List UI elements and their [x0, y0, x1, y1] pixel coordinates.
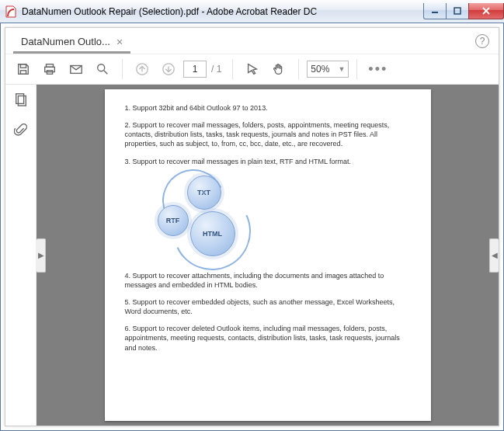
- save-icon[interactable]: [12, 57, 35, 81]
- maximize-button[interactable]: [446, 3, 469, 19]
- zoom-value: 50%: [311, 64, 329, 75]
- doc-paragraph: 4. Support to recover attachments, inclu…: [125, 271, 411, 290]
- document-tab[interactable]: DataNumen Outlo... ×: [13, 32, 130, 54]
- thumbnails-icon[interactable]: [14, 92, 28, 109]
- attachments-icon[interactable]: [14, 123, 28, 141]
- svg-rect-7: [45, 67, 55, 71]
- pdf-page: 1. Support 32bit and 64bit Outlook 97 to…: [105, 89, 431, 421]
- window-title: DataNumen Outlook Repair (Selection).pdf…: [22, 5, 424, 17]
- document-viewer: ▶ ◀ 1. Support 32bit and 64bit Outlook 9…: [36, 85, 499, 426]
- svg-rect-4: [20, 64, 26, 68]
- next-page-icon[interactable]: [157, 57, 180, 81]
- doc-paragraph: 2. Support to recover mail messages, fol…: [125, 120, 411, 148]
- toolbar: / 1 50% ▼ •••: [5, 54, 499, 85]
- svg-rect-5: [20, 71, 26, 75]
- separator: [122, 59, 123, 79]
- svg-rect-1: [454, 8, 461, 14]
- print-icon[interactable]: [38, 57, 61, 81]
- separator: [356, 59, 357, 79]
- window-titlebar: DataNumen Outlook Repair (Selection).pdf…: [0, 0, 504, 23]
- doc-paragraph: 1. Support 32bit and 64bit Outlook 97 to…: [125, 103, 411, 113]
- expand-right-handle[interactable]: ◀: [489, 238, 499, 273]
- tab-label: DataNumen Outlo...: [21, 36, 110, 47]
- hand-tool-icon[interactable]: [267, 57, 290, 81]
- zoom-select[interactable]: 50% ▼: [307, 61, 349, 78]
- doc-paragraph: 5. Support to recover embedded objects, …: [125, 297, 411, 316]
- prev-page-icon[interactable]: [130, 57, 154, 81]
- gear-rtf: RTF: [158, 205, 189, 236]
- page-number-input[interactable]: [183, 61, 207, 78]
- doc-paragraph: 3. Support to recover mail messages in p…: [125, 157, 411, 166]
- email-icon[interactable]: [64, 57, 88, 81]
- separator: [298, 59, 299, 79]
- doc-paragraph: 6. Support to recover deleted Outlook it…: [125, 324, 411, 352]
- svg-rect-14: [16, 94, 23, 104]
- close-button[interactable]: [468, 3, 504, 19]
- chevron-down-icon: ▼: [338, 65, 345, 73]
- close-tab-icon[interactable]: ×: [116, 36, 123, 48]
- svg-rect-15: [18, 96, 26, 106]
- gear-html: HTML: [190, 211, 235, 256]
- more-tools-icon[interactable]: •••: [365, 61, 391, 78]
- client-area: DataNumen Outlo... × ? / 1 50% ▼: [0, 23, 504, 431]
- page-total: / 1: [210, 64, 224, 75]
- selection-tool-icon[interactable]: [241, 57, 264, 81]
- app-icon: [5, 5, 17, 18]
- svg-line-11: [104, 71, 108, 75]
- nav-sidebar: [5, 85, 36, 426]
- gear-txt: TXT: [187, 176, 221, 210]
- search-icon[interactable]: [91, 57, 114, 81]
- tab-bar: DataNumen Outlo... × ?: [5, 28, 499, 54]
- window-controls: [424, 3, 504, 19]
- svg-point-10: [98, 64, 105, 71]
- minimize-button[interactable]: [423, 3, 447, 19]
- gears-illustration: TXT RTF HTML: [144, 174, 276, 263]
- expand-left-handle[interactable]: ▶: [36, 238, 46, 273]
- help-icon[interactable]: ?: [475, 34, 489, 48]
- separator: [232, 59, 233, 79]
